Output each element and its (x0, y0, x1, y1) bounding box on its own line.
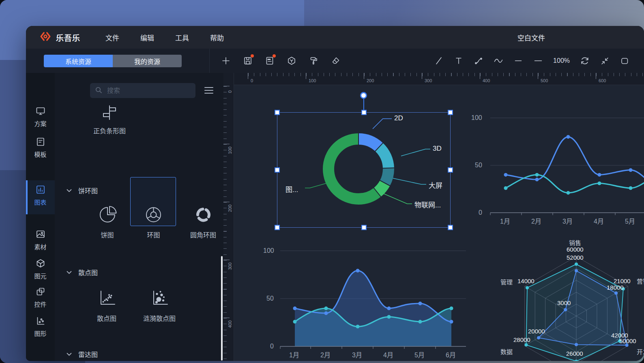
chart-item-pie[interactable]: 饼图 (98, 205, 117, 239)
dash-tool-button[interactable] (533, 56, 543, 66)
sidebar-item-controls[interactable]: 控件 (26, 287, 55, 312)
donut-label-3d: 3D (433, 145, 442, 153)
chart-item-ripple-scatter[interactable]: 涟漪散点图 (143, 288, 176, 323)
pen-line-button[interactable] (434, 56, 444, 66)
radar-value: 50000 (619, 337, 636, 344)
monitor-icon (36, 106, 45, 117)
radar-value: 18000 (607, 284, 624, 291)
frame-icon[interactable] (620, 56, 629, 66)
paint-roller-button[interactable] (309, 56, 318, 66)
rail-label: 控件 (34, 300, 46, 308)
rotate-handle[interactable] (360, 92, 367, 99)
add-button[interactable] (221, 56, 231, 66)
search-icon (95, 86, 102, 95)
menu-file[interactable]: 文件 (105, 32, 119, 43)
y-tick: 0 (270, 343, 274, 350)
eraser-button[interactable] (331, 56, 340, 66)
chevron-down-icon (67, 350, 72, 358)
x-tick: 2月 (531, 216, 541, 226)
y-tick: 100 (471, 114, 482, 122)
chart-item-label: 圆角环图 (190, 230, 216, 239)
subheader: 系统资源 我的资源 (26, 49, 644, 73)
sidebar-item-template[interactable]: 模板 (26, 137, 55, 162)
resource-panel: 正负条形图 饼环图 饼图 环图 (55, 73, 223, 361)
section-radar[interactable]: 雷达图 (67, 349, 98, 359)
x-tick: 6月 (446, 350, 456, 359)
donut-label-iot: 物联网... (414, 199, 441, 209)
curve-tool-button[interactable] (494, 56, 503, 66)
editor-canvas[interactable]: 0 100 200 300 400 500 600 700 0 100 200 … (223, 73, 644, 361)
chart-item-label: 正负条形图 (93, 126, 126, 135)
section-title: 饼环图 (78, 186, 98, 195)
chart-item-label: 环图 (147, 230, 160, 239)
x-tick: 5月 (414, 350, 425, 359)
rail-label: 图表 (34, 198, 46, 206)
file-panel-button[interactable] (265, 56, 275, 66)
menu-help[interactable]: 帮助 (210, 32, 224, 43)
radar-axis-marketing: 营销 (637, 277, 644, 285)
hexagon-tool-button[interactable] (287, 56, 296, 66)
donut-label-2d: 2D (394, 114, 403, 122)
chart-item-scatter[interactable]: 散点图 (97, 288, 116, 323)
x-tick: 3月 (562, 216, 573, 226)
logo-icon (40, 31, 51, 44)
chart-item-rounded-donut[interactable]: 圆角环图 (190, 205, 216, 239)
x-tick: 3月 (352, 350, 362, 359)
donut-chart[interactable]: 2D 3D 大屏 物联网... 图... (274, 109, 453, 231)
toolbar-left (209, 49, 340, 73)
section-pie-donut[interactable]: 饼环图 (67, 186, 98, 195)
text-tool-button[interactable] (454, 56, 464, 66)
chevron-down-icon (67, 269, 72, 276)
bar-chart-icon (36, 185, 45, 196)
chevron-down-icon (67, 187, 72, 194)
ruler-label: 300 (425, 78, 432, 83)
list-view-icon[interactable] (204, 87, 213, 94)
refresh-icon[interactable] (580, 56, 590, 66)
ruler-label: 100 (228, 147, 232, 154)
menu-tools[interactable]: 工具 (175, 32, 189, 43)
donut-label-bigscreen: 大屏 (429, 180, 442, 190)
panel-scrollbar[interactable] (221, 256, 223, 361)
ruler-label: 400 (228, 320, 232, 328)
area-chart[interactable]: 100 50 0 1月 2月 3月 4月 5月 6月 (263, 241, 466, 361)
save-notification-dot (251, 54, 254, 58)
ruler-label: 0 (251, 78, 253, 83)
section-scatter[interactable]: 散点图 (67, 267, 98, 277)
chart-item-posneg-bar[interactable]: 正负条形图 (93, 105, 126, 135)
tab-system-resources[interactable]: 系统资源 (44, 55, 113, 67)
sidebar-item-elements[interactable]: 图元 (26, 258, 55, 284)
line-chart[interactable]: 100 50 0 1月 2月 3月 4月 5月 6月 (468, 107, 644, 229)
menu-list: 文件 编辑 工具 帮助 (105, 32, 224, 43)
resource-tabs: 系统资源 我的资源 (44, 55, 182, 67)
rail-label: 图元 (34, 271, 46, 280)
radar-chart[interactable]: 销售 60000 52000 管理 14000 21000 营销 18000 3… (492, 235, 644, 361)
sidebar-rail: 方案 模板 图表 素材 图元 控件 (26, 73, 55, 361)
vertical-ruler: 0 100 200 300 400 (223, 73, 234, 361)
x-tick: 1月 (289, 350, 299, 359)
line-tool-button[interactable] (513, 56, 523, 66)
section-title: 散点图 (78, 267, 98, 277)
chart-item-label: 散点图 (97, 313, 116, 323)
save-button[interactable] (243, 56, 253, 66)
ruler-label: 0 (228, 90, 232, 93)
zoom-level[interactable]: 100% (553, 57, 570, 64)
radar-axis-sales: 销售 (569, 238, 581, 247)
x-tick: 4月 (383, 350, 393, 359)
radar-value: 14000 (517, 278, 535, 284)
search-input[interactable] (106, 87, 183, 95)
fit-screen-icon[interactable] (600, 56, 610, 66)
sidebar-item-charts[interactable]: 图表 (26, 185, 55, 210)
tab-my-resources[interactable]: 我的资源 (113, 55, 182, 67)
x-tick: 5月 (625, 216, 635, 226)
ruler-label: 200 (228, 205, 232, 212)
connector-tool-button[interactable] (474, 56, 483, 66)
sidebar-item-materials[interactable]: 素材 (26, 229, 55, 254)
scatter-axis-icon (36, 316, 45, 327)
chart-item-donut[interactable]: 环图 (144, 205, 163, 239)
y-tick: 50 (475, 162, 482, 169)
sidebar-item-plan[interactable]: 方案 (26, 106, 55, 131)
image-icon (36, 229, 45, 241)
brand: 乐吾乐 (40, 31, 80, 44)
menu-edit[interactable]: 编辑 (140, 32, 154, 43)
sidebar-item-graphics[interactable]: 图形 (26, 316, 55, 341)
